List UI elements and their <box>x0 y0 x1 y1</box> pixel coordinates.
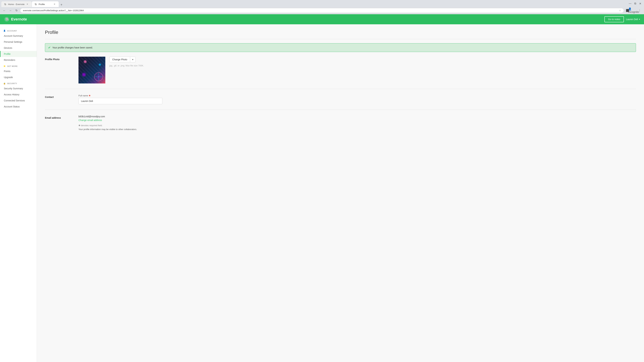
tab-profile[interactable]: 🐘 Profile ✕ <box>32 1 59 7</box>
sidebar-section-get-more: ⭐ GET MORE <box>0 63 37 68</box>
star-icon[interactable]: ☆ <box>619 9 621 12</box>
svg-text:🐘: 🐘 <box>5 17 9 21</box>
browser-chrome: 🐘 Home - Evernote ✕ 🐘 Profile ✕ + — ⧉ ✕ … <box>0 0 644 14</box>
success-text: Your profile changes have been saved. <box>52 46 93 49</box>
tab-home-close[interactable]: ✕ <box>26 3 29 6</box>
email-value: b93b1c4d@moodjoy.com <box>78 115 636 118</box>
sidebar-section-account: 👤 ACCOUNT <box>0 28 37 33</box>
tab-profile-favicon: 🐘 <box>34 3 37 5</box>
address-bar[interactable]: evernote.com/secure/ProfileSettings.acti… <box>20 8 624 13</box>
required-note: ✱ denotes required field. <box>78 124 636 127</box>
sidebar-item-points[interactable]: Points <box>0 68 37 74</box>
sidebar-item-upgrade[interactable]: Upgrade <box>0 74 37 80</box>
change-photo-area: Change Photo ▾ jpg, .gif, or .png. Max f… <box>109 57 144 67</box>
tab-profile-label: Profile <box>38 3 45 5</box>
sidebar-item-connected-services[interactable]: Connected Services <box>0 97 37 104</box>
header-right: Go to notes Lauren Deli ▾ <box>604 16 640 22</box>
sidebar-item-access-history[interactable]: Access History <box>0 91 37 97</box>
change-photo-button[interactable]: Change Photo <box>109 57 130 62</box>
sidebar-item-devices[interactable]: Devices <box>0 45 37 51</box>
user-dropdown[interactable]: Lauren Deli ▾ <box>626 18 640 21</box>
sidebar-item-account-status[interactable]: Account Status <box>0 104 37 110</box>
email-section-content: b93b1c4d@moodjoy.com Change email addres… <box>78 115 636 131</box>
success-icon: ✔ <box>48 46 51 49</box>
menu-icon[interactable]: ⋮ <box>637 8 642 13</box>
address-bar-url: evernote.com/secure/ProfileSettings.acti… <box>23 9 618 12</box>
full-name-input[interactable] <box>78 98 162 104</box>
go-to-notes-button[interactable]: Go to notes <box>604 16 624 22</box>
profile-photo-content: Change Photo ▾ jpg, .gif, or .png. Max f… <box>78 57 636 83</box>
change-photo-dropdown[interactable]: ▾ <box>130 57 136 62</box>
main-layout: 👤 ACCOUNT Account Summary Personal Setti… <box>0 24 644 362</box>
address-bar-row: ← → ↻ evernote.com/secure/ProfileSetting… <box>0 7 644 14</box>
page-title: Profile <box>45 30 636 35</box>
evernote-logo-text: Evernote <box>11 17 27 21</box>
change-email-link[interactable]: Change email address <box>78 119 102 121</box>
full-name-label: Full name ✱ <box>78 94 636 97</box>
account-icon: 👤 <box>3 30 6 32</box>
content-area: Profile ✔ Your profile changes have been… <box>37 24 644 362</box>
sidebar-item-profile[interactable]: Profile <box>0 51 37 57</box>
lock-icon: 🔒 <box>3 82 6 84</box>
contact-section: Contact Full name ✱ <box>45 94 636 110</box>
photo-hint: jpg, .gif, or .png. Max file size 700K. <box>109 64 144 67</box>
success-banner: ✔ Your profile changes have been saved. <box>45 43 636 52</box>
window-controls: — ⧉ ✕ <box>626 1 644 6</box>
new-tab-button[interactable]: + <box>59 2 64 7</box>
sidebar-item-personal-settings[interactable]: Personal Settings <box>0 39 37 45</box>
tab-home-label: Home - Evernote <box>8 3 24 5</box>
chevron-down-icon: ▾ <box>639 18 640 20</box>
tab-bar: 🐘 Home - Evernote ✕ 🐘 Profile ✕ + <box>0 0 65 7</box>
address-bar-icons: ☆ <box>619 9 621 12</box>
evernote-header: 🐘 Evernote Go to notes Lauren Deli ▾ <box>0 14 644 24</box>
email-section: Email address b93b1c4d@moodjoy.com Chang… <box>45 115 636 136</box>
incognito-icon[interactable]: 👤 Incognito <box>631 8 636 13</box>
tab-profile-close[interactable]: ✕ <box>53 3 56 6</box>
back-button[interactable]: ← <box>2 8 7 13</box>
sidebar: 👤 ACCOUNT Account Summary Personal Setti… <box>0 24 37 362</box>
tab-home-favicon: 🐘 <box>4 3 7 5</box>
visibility-note: Your profile information may be visible … <box>78 128 636 131</box>
photo-row: Change Photo ▾ jpg, .gif, or .png. Max f… <box>78 57 636 83</box>
sidebar-item-account-summary[interactable]: Account Summary <box>0 33 37 39</box>
tab-home[interactable]: 🐘 Home - Evernote ✕ <box>1 1 32 7</box>
toolbar-icons: ⬛ 👤 Incognito ⋮ <box>625 8 642 13</box>
user-name-label: Lauren Deli <box>626 18 638 21</box>
evernote-logo-icon: 🐘 <box>4 16 10 22</box>
contact-section-label: Contact <box>45 94 72 104</box>
required-star: ✱ <box>89 94 90 97</box>
reload-button[interactable]: ↻ <box>14 8 19 13</box>
title-divider <box>45 39 636 39</box>
evernote-logo[interactable]: 🐘 Evernote <box>4 16 27 22</box>
forward-button[interactable]: → <box>8 8 13 13</box>
profile-photo-image <box>78 57 105 83</box>
sidebar-item-reminders[interactable]: Reminders <box>0 57 37 63</box>
email-section-label: Email address <box>45 115 72 131</box>
sidebar-item-security-summary[interactable]: Security Summary <box>0 85 37 91</box>
contact-section-content: Full name ✱ <box>78 94 636 104</box>
close-button[interactable]: ✕ <box>639 2 641 5</box>
sidebar-section-security: 🔒 SECURITY <box>0 80 37 85</box>
get-more-icon: ⭐ <box>3 65 6 67</box>
maximize-button[interactable]: ⧉ <box>634 2 636 5</box>
profile-photo-label: Profile Photo <box>45 57 72 83</box>
profile-photo-section: Profile Photo <box>45 57 636 89</box>
minimize-button[interactable]: — <box>629 2 631 5</box>
